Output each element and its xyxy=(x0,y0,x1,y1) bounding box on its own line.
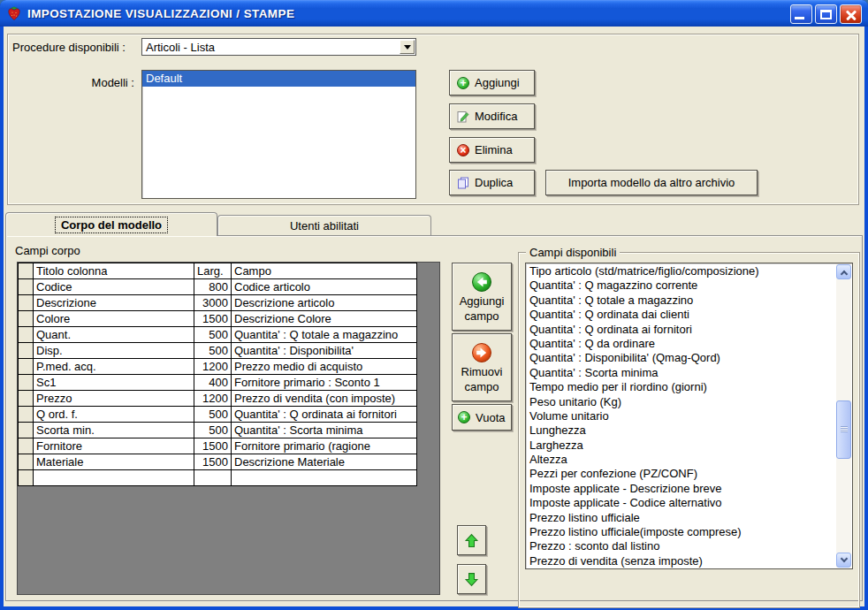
list-item[interactable]: Altezza xyxy=(526,453,835,467)
row-selector[interactable] xyxy=(19,327,34,343)
chevron-up-icon xyxy=(840,270,847,277)
table-row[interactable]: Sc1400Fornitore primario : Sconto 1 xyxy=(19,375,417,391)
list-item[interactable]: Tipo articolo (std/matrice/figlio/compos… xyxy=(526,264,835,278)
list-item[interactable]: Prezzo listino ufficiale(imposte compres… xyxy=(526,525,835,539)
campi-disponibili-listbox[interactable]: Tipo articolo (std/matrice/figlio/compos… xyxy=(525,263,853,569)
row-selector[interactable] xyxy=(19,375,34,391)
list-item[interactable]: Peso unitario (Kg) xyxy=(526,395,835,409)
table-row[interactable]: Disp.500Quantita' : Disponibilita' xyxy=(19,343,417,359)
titlebar[interactable]: IMPOSTAZIONE VISUALIZZAZIONI / STAMPE xyxy=(0,0,868,27)
table-row[interactable]: Quant.500Quantita' : Q totale a magazzin… xyxy=(19,327,417,343)
rimuovi-campo-button[interactable]: Rimuovi campo xyxy=(452,333,512,401)
cell-larg: 400 xyxy=(194,375,232,391)
cell-titolo: Fornitore xyxy=(34,438,194,454)
scrollbar-thumb[interactable] xyxy=(836,400,851,459)
cell-campo: Fornitore primario : Sconto 1 xyxy=(232,375,417,391)
row-selector[interactable] xyxy=(19,438,34,454)
cell-campo: Descrizione Materiale xyxy=(232,454,417,470)
vuota-button[interactable]: + Vuota xyxy=(452,404,512,431)
scroll-up-button[interactable] xyxy=(836,264,851,279)
list-item[interactable]: Lunghezza xyxy=(526,423,835,438)
procedure-label: Procedure disponibili : xyxy=(12,41,126,54)
list-item[interactable]: Quantita' : Q ordinata dai clienti xyxy=(526,308,835,322)
row-selector[interactable] xyxy=(19,311,34,327)
list-item[interactable]: Quantita' : Q ordinata ai fornitori xyxy=(526,323,835,337)
list-item[interactable]: Volume unitario xyxy=(526,409,835,423)
list-item[interactable]: Prezzo : sconto dal listino xyxy=(526,539,835,553)
list-item[interactable]: Larghezza xyxy=(526,438,835,453)
cell-campo: Quantita' : Q totale a magazzino xyxy=(232,327,417,343)
col-header-larg: Larg. xyxy=(194,263,232,279)
table-row[interactable]: Scorta min.500Quantita' : Scorta minima xyxy=(19,423,417,438)
cell-larg: 500 xyxy=(194,343,232,359)
row-selector[interactable] xyxy=(19,454,34,470)
list-item[interactable]: Prezzo di vendita (senza imposte) xyxy=(526,554,835,568)
list-item[interactable]: Tempo medio per il riordino (giorni) xyxy=(526,380,835,394)
campi-corpo-grid[interactable]: Titolo colonna Larg. Campo Codice800Codi… xyxy=(17,262,440,595)
cell-larg: 500 xyxy=(194,327,232,343)
vertical-scrollbar[interactable] xyxy=(836,264,851,568)
maximize-button[interactable] xyxy=(815,4,837,24)
modelli-listbox[interactable]: Default xyxy=(141,70,416,199)
row-selector[interactable] xyxy=(19,295,34,311)
table-row[interactable]: Prezzo1200Prezzo di vendita (con imposte… xyxy=(19,391,417,407)
cell-larg: 500 xyxy=(194,423,232,438)
dialog-body: Procedure disponibili : Articoli - Lista… xyxy=(4,27,864,606)
tab-corpo-del-modello[interactable]: Corpo del modello xyxy=(5,212,217,236)
minimize-button[interactable] xyxy=(790,4,812,24)
elimina-button[interactable]: × Elimina xyxy=(449,137,535,163)
tab-utenti-abilitati[interactable]: Utenti abilitati xyxy=(217,215,431,236)
row-selector[interactable] xyxy=(19,470,34,486)
table-row[interactable]: Materiale1500Descrizione Materiale xyxy=(19,454,417,470)
row-selector[interactable] xyxy=(19,343,34,359)
plus-circle-icon: + xyxy=(457,77,469,89)
duplica-button[interactable]: Duplica xyxy=(449,170,535,195)
cell-titolo: Sc1 xyxy=(34,375,194,391)
cell-larg: 1200 xyxy=(194,391,232,407)
combo-dropdown-button[interactable] xyxy=(400,40,415,54)
move-down-button[interactable] xyxy=(457,564,486,594)
table-row[interactable]: Codice800Codice articolo xyxy=(19,279,417,295)
list-item[interactable]: Imposte applicate - Descrizione breve xyxy=(526,482,835,496)
aggiungi-button[interactable]: + Aggiungi xyxy=(449,70,535,95)
table-row[interactable]: Descrizione3000Descrizione articolo xyxy=(19,295,417,311)
row-selector[interactable] xyxy=(19,279,34,295)
campi-corpo-table: Titolo colonna Larg. Campo Codice800Codi… xyxy=(18,263,417,486)
cell-titolo: Codice xyxy=(34,279,194,295)
row-selector[interactable] xyxy=(19,407,34,423)
table-row-empty[interactable] xyxy=(19,470,417,486)
list-item[interactable]: Prezzo listino ufficiale xyxy=(526,511,835,525)
table-header-row: Titolo colonna Larg. Campo xyxy=(19,263,417,279)
cell-titolo: Materiale xyxy=(34,454,194,470)
procedure-combobox[interactable]: Articoli - Lista xyxy=(141,38,416,56)
list-item[interactable]: Imposte applicate - Codice alternativo xyxy=(526,496,835,510)
procedure-selected-value: Articoli - Lista xyxy=(146,40,215,55)
list-item[interactable]: Pezzi per confezione (PZ/CONF) xyxy=(526,467,835,481)
list-item[interactable]: Quantita' : Q magazzino corrente xyxy=(526,278,835,293)
list-item[interactable]: Default xyxy=(142,71,415,87)
close-button[interactable] xyxy=(840,4,862,24)
scroll-down-button[interactable] xyxy=(836,553,851,568)
table-row[interactable]: Fornitore1500Fornitore primario (ragione xyxy=(19,438,417,454)
modifica-button[interactable]: Modifica xyxy=(449,103,535,129)
green-up-arrow-icon xyxy=(464,533,479,548)
move-up-button[interactable] xyxy=(457,525,486,555)
cell-titolo: Q ord. f. xyxy=(34,407,194,423)
list-item[interactable]: Quantita' : Q da ordinare xyxy=(526,337,835,351)
cell-campo: Quantita' : Disponibilita' xyxy=(232,343,417,359)
aggiungi-campo-button[interactable]: Aggiungi campo xyxy=(452,263,512,331)
cell-titolo: P.med. acq. xyxy=(34,359,194,375)
cell-campo: Prezzo di vendita (con imposte) xyxy=(232,391,417,407)
col-header-campo: Campo xyxy=(232,263,417,279)
row-selector[interactable] xyxy=(19,359,34,375)
row-selector[interactable] xyxy=(19,423,34,438)
list-item[interactable]: Quantita' : Q totale a magazzino xyxy=(526,294,835,308)
cell-empty xyxy=(232,470,417,486)
table-row[interactable]: Colore1500Descrizione Colore xyxy=(19,311,417,327)
row-selector[interactable] xyxy=(19,391,34,407)
importa-modello-button[interactable]: Importa modello da altro archivio xyxy=(545,170,758,195)
table-row[interactable]: Q ord. f.500Quantita' : Q ordinata ai fo… xyxy=(19,407,417,423)
list-item[interactable]: Quantita' : Scorta minima xyxy=(526,366,835,380)
table-row[interactable]: P.med. acq.1200Prezzo medio di acquisto xyxy=(19,359,417,375)
list-item[interactable]: Quantita' : Disponibilita' (Qmag-Qord) xyxy=(526,351,835,365)
